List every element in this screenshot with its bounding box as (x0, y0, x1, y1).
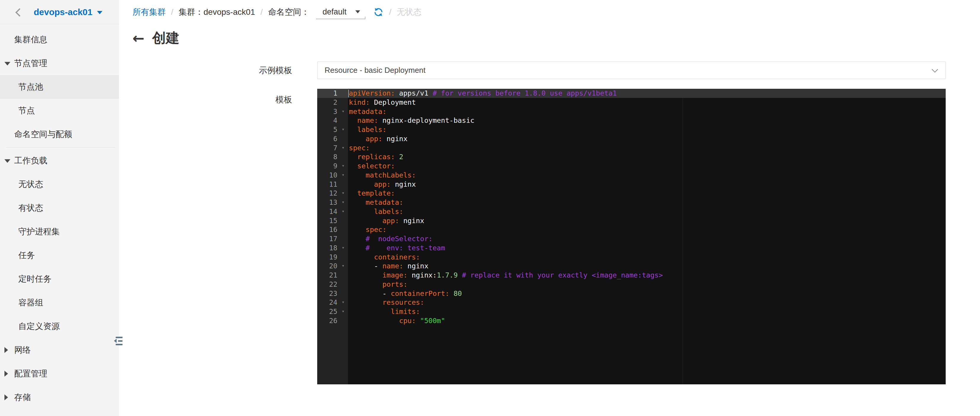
back-chevron-icon[interactable] (15, 8, 24, 16)
fold-toggle-icon[interactable]: ▾ (342, 170, 344, 179)
fold-toggle-icon[interactable]: ▾ (342, 307, 344, 316)
code-line[interactable]: template: (317, 189, 946, 198)
code-line[interactable]: app: nginx (317, 180, 946, 189)
fold-toggle-icon[interactable]: ▾ (342, 143, 344, 152)
code-line[interactable]: spec: (317, 225, 946, 234)
sidebar-item-nodes[interactable]: 节点 (0, 99, 119, 122)
code-line[interactable]: app: nginx (317, 134, 946, 143)
code-line[interactable]: apiVersion: apps/v1 # for versions befor… (317, 89, 946, 98)
sidebar-item-jobs[interactable]: 任务 (0, 243, 119, 267)
sidebar-item-label: 节点 (18, 105, 35, 116)
code-line[interactable]: limits: (317, 307, 946, 316)
sample-template-row: 示例模板 Resource - basic Deployment (119, 62, 980, 79)
breadcrumb-cluster: 集群：devops-ack01 (179, 6, 255, 18)
sidebar-item-statefulsets[interactable]: 有状态 (0, 196, 119, 220)
sample-template-value: Resource - basic Deployment (325, 66, 425, 75)
fold-toggle-icon[interactable]: ▾ (342, 207, 344, 216)
sidebar-item-deployments[interactable]: 无状态 (0, 173, 119, 196)
gutter-line-number: 23 (317, 289, 348, 298)
sidebar-item-storage[interactable]: 存储 (0, 386, 119, 409)
fold-toggle-icon[interactable]: ▾ (342, 161, 344, 170)
sidebar-item-namespaces-quotas[interactable]: 命名空间与配额 (0, 122, 119, 146)
gutter-line-number: 21 (317, 271, 348, 280)
sidebar-item-configuration[interactable]: 配置管理 (0, 362, 119, 386)
code-line[interactable]: selector: (317, 162, 946, 171)
code-line[interactable]: metadata: (317, 198, 946, 207)
gutter-line-number: 1 (317, 89, 348, 98)
gutter-line-number: 11 (317, 180, 348, 189)
sample-template-select[interactable]: Resource - basic Deployment (317, 62, 946, 79)
code-line[interactable]: # env: test-team (317, 243, 946, 252)
sidebar-item-label: 集群信息 (14, 34, 47, 45)
template-row: 模板 apiVersion: apps/v1 # for versions be… (119, 89, 980, 384)
gutter-line-number: 6 (317, 134, 348, 143)
breadcrumb-all-clusters-link[interactable]: 所有集群 (132, 6, 166, 18)
code-line[interactable]: metadata: (317, 107, 946, 116)
code-line[interactable]: - name: nginx (317, 262, 946, 271)
sidebar-item-network[interactable]: 网络 (0, 338, 119, 362)
editor-gutter: 123▾45▾67▾89▾10▾1112▾13▾14▾15161718▾1920… (317, 89, 348, 384)
namespace-select[interactable]: default (316, 5, 366, 19)
fold-toggle-icon[interactable]: ▾ (342, 125, 344, 134)
code-line[interactable]: spec: (317, 143, 946, 152)
sidebar-item-cronjobs[interactable]: 定时任务 (0, 267, 119, 291)
code-line[interactable]: replicas: 2 (317, 152, 946, 162)
refresh-icon[interactable] (373, 7, 384, 17)
fold-toggle-icon[interactable]: ▾ (342, 189, 344, 198)
fold-toggle-icon[interactable]: ▾ (342, 198, 344, 207)
sidebar-item-workloads[interactable]: 工作负载 (0, 149, 119, 173)
editor-code: apiVersion: apps/v1 # for versions befor… (317, 89, 946, 325)
gutter-line-number: 5▾ (317, 125, 348, 134)
sidebar-item-custom-resources[interactable]: 自定义资源 (0, 314, 119, 338)
code-line[interactable]: app: nginx (317, 216, 946, 225)
gutter-line-number: 22 (317, 280, 348, 289)
sidebar-item-node-management[interactable]: 节点管理 (0, 51, 119, 75)
back-arrow-icon[interactable]: ← (132, 31, 145, 45)
gutter-line-number: 9▾ (317, 162, 348, 171)
code-line[interactable]: # nodeSelector: (317, 234, 946, 243)
gutter-line-number: 26 (317, 316, 348, 325)
select-chevron-icon (932, 66, 938, 73)
cluster-name[interactable]: devops-ack01 (34, 7, 92, 17)
code-line[interactable]: containers: (317, 252, 946, 262)
yaml-editor[interactable]: apiVersion: apps/v1 # for versions befor… (317, 89, 946, 384)
breadcrumb-separator: / (171, 7, 173, 17)
triangle-right-icon (5, 394, 8, 400)
code-line[interactable]: image: nginx:1.7.9 # replace it with you… (317, 271, 946, 280)
collapse-arrow-icon (114, 339, 116, 343)
namespace-caret-icon (355, 10, 360, 13)
fold-toggle-icon[interactable]: ▾ (342, 298, 344, 307)
cluster-switch-caret-icon[interactable] (97, 11, 102, 14)
code-line[interactable]: resources: (317, 298, 946, 307)
sidebar-header: devops-ack01 (0, 0, 119, 24)
fold-toggle-icon[interactable]: ▾ (342, 107, 344, 116)
code-line[interactable]: labels: (317, 207, 946, 216)
gutter-line-number: 14▾ (317, 207, 348, 216)
fold-toggle-icon[interactable]: ▾ (342, 261, 344, 270)
gutter-line-number: 2 (317, 98, 348, 107)
gutter-line-number: 7▾ (317, 143, 348, 152)
sidebar-item-pods[interactable]: 容器组 (0, 291, 119, 314)
sidebar-menu: 集群信息节点管理节点池节点命名空间与配额工作负载无状态有状态守护进程集任务定时任… (0, 24, 119, 409)
gutter-line-number: 4 (317, 116, 348, 125)
fold-toggle-icon[interactable]: ▾ (342, 243, 344, 252)
code-line[interactable]: matchLabels: (317, 171, 946, 180)
code-line[interactable]: - containerPort: 80 (317, 289, 946, 298)
sidebar-item-daemonsets[interactable]: 守护进程集 (0, 220, 119, 243)
sidebar-item-label: 节点池 (18, 81, 43, 93)
sidebar-item-label: 配置管理 (14, 368, 47, 379)
code-line[interactable]: kind: Deployment (317, 98, 946, 107)
triangle-down-icon (5, 62, 10, 65)
sidebar-item-node-pools[interactable]: 节点池 (0, 75, 119, 99)
text-cursor (348, 90, 349, 97)
sidebar-item-label: 工作负载 (14, 155, 47, 166)
template-label: 模板 (119, 89, 317, 105)
breadcrumb-separator: / (260, 7, 263, 17)
code-line[interactable]: ports: (317, 280, 946, 289)
code-line[interactable]: cpu: "500m" (317, 316, 946, 325)
code-line[interactable]: name: nginx-deployment-basic (317, 116, 946, 125)
sidebar-item-cluster-info[interactable]: 集群信息 (0, 28, 119, 51)
gutter-line-number: 12▾ (317, 189, 348, 198)
code-line[interactable]: labels: (317, 125, 946, 134)
triangle-down-icon (5, 159, 10, 163)
